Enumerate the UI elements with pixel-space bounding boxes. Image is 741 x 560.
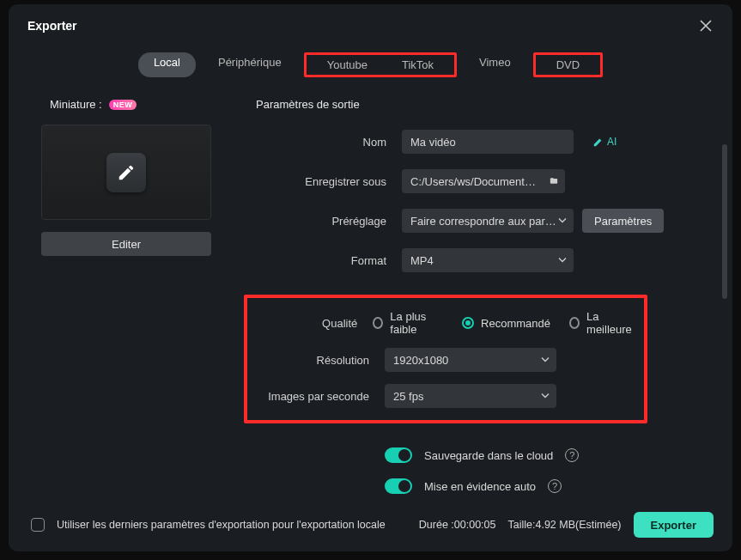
resolution-label: Résolution [247,354,385,367]
resolution-value: 1920x1080 [393,354,448,367]
cloud-backup-toggle[interactable] [385,447,412,463]
highlight-box-dvd: DVD [533,52,603,77]
export-button[interactable]: Exporter [634,512,714,538]
auto-highlight-toggle[interactable] [385,478,412,494]
pencil-icon [117,163,136,182]
row-fps: Images par seconde 25 fps [247,384,635,408]
preset-value: Faire correspondre aux paramètre [410,215,556,228]
fps-value: 25 fps [393,390,423,403]
quality-radio-best[interactable]: La meilleure [569,310,635,336]
help-icon[interactable]: ? [565,448,579,462]
thumbnail-panel: Miniature : NEW Editer [41,93,230,500]
export-dialog: Exporter Local Périphérique Youtube TikT… [9,4,732,551]
thumbnail-label: Miniature : [50,98,102,111]
format-select[interactable]: MP4 [402,248,574,272]
chevron-down-icon [558,215,567,228]
quality-label: Qualité [247,317,373,330]
row-format: Format MP4 [256,248,715,272]
preset-settings-button[interactable]: Paramètres [582,209,664,233]
export-tabs: Local Périphérique Youtube TikTok Vimeo … [9,42,732,93]
fps-label: Images par seconde [247,390,385,403]
fps-select[interactable]: 25 fps [385,384,556,408]
new-badge: NEW [109,100,137,110]
auto-highlight-label: Mise en évidence auto [424,480,536,493]
thumbnail-preview[interactable] [41,125,211,220]
output-section-title: Paramètres de sortie [256,98,715,111]
quality-radio-lowest[interactable]: La plus faible [373,310,443,336]
name-label: Nom [256,136,402,149]
row-highlight: Mise en évidence auto ? [256,478,715,494]
dialog-content: Miniature : NEW Editer Paramètres de sor… [9,93,732,500]
row-cloud: Sauvegarde dans le cloud ? [256,447,715,463]
row-savepath: Enregistrer sous C:/Users/ws/Documents/W… [256,169,715,193]
tab-local[interactable]: Local [138,52,196,77]
close-icon [700,20,712,32]
chevron-down-icon [541,354,550,367]
remember-settings-label: Utiliser les derniers paramètres d'expor… [57,519,386,531]
row-name: Nom Ma vidéo AI [256,130,715,154]
duration-meta: Durée :00:00:05 [419,519,496,531]
highlight-box-social: Youtube TikTok [304,52,457,77]
row-resolution: Résolution 1920x1080 [247,348,635,372]
content-scrollbar[interactable] [722,144,727,457]
dialog-title: Exporter [27,19,77,33]
format-label: Format [256,254,402,267]
quality-radio-recommended[interactable]: Recommandé [462,317,550,330]
ai-rename-button[interactable]: AI [592,136,616,148]
edit-thumbnail-button[interactable]: Editer [41,232,211,256]
remember-settings-checkbox[interactable] [31,518,45,532]
row-preset: Préréglage Faire correspondre aux paramè… [256,209,715,233]
output-settings-panel: Paramètres de sortie Nom Ma vidéo AI [230,93,715,500]
tab-tiktok[interactable]: TikTok [385,57,451,73]
chevron-down-icon [558,254,567,267]
size-meta: Taille:4.92 MB(Estimée) [508,519,622,531]
scrollbar-thumb[interactable] [722,144,727,299]
tab-dvd[interactable]: DVD [539,57,597,73]
pencil-small-icon [592,136,604,148]
edit-thumbnail-icon [106,153,146,192]
highlight-box-quality: Qualité La plus faible Recommandé La mei… [244,295,647,423]
savepath-input[interactable]: C:/Users/ws/Documents/Won [402,169,565,193]
close-button[interactable] [696,16,715,35]
name-value: Ma vidéo [410,136,456,149]
resolution-select[interactable]: 1920x1080 [385,348,556,372]
savepath-value: C:/Users/ws/Documents/Won [410,175,539,188]
preset-label: Préréglage [256,215,402,228]
cloud-backup-label: Sauvegarde dans le cloud [424,449,553,462]
tab-youtube[interactable]: Youtube [310,57,385,73]
folder-icon[interactable] [550,175,558,188]
chevron-down-icon [541,390,550,403]
tab-device[interactable]: Périphérique [203,52,297,77]
format-value: MP4 [410,254,434,267]
help-icon[interactable]: ? [548,479,562,493]
dialog-header: Exporter [9,4,732,42]
row-quality: Qualité La plus faible Recommandé La mei… [247,310,635,336]
name-input[interactable]: Ma vidéo [402,130,574,154]
dialog-footer: Utiliser les derniers paramètres d'expor… [9,500,732,551]
savepath-label: Enregistrer sous [256,175,402,188]
tab-vimeo[interactable]: Vimeo [464,52,526,77]
preset-select[interactable]: Faire correspondre aux paramètre [402,209,574,233]
